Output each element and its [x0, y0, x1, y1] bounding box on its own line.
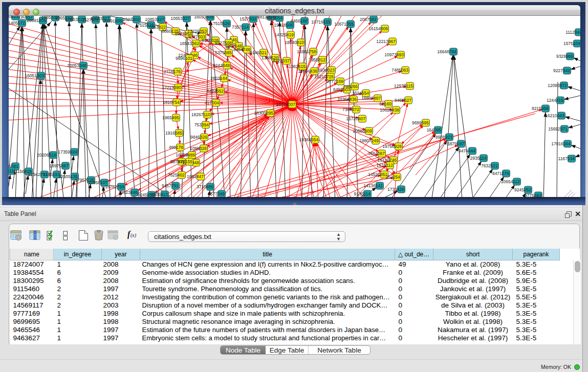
svg-text:19975867: 19975867 [49, 163, 69, 168]
svg-text:19384554: 19384554 [299, 137, 318, 142]
svg-text:1096326: 1096326 [190, 146, 207, 151]
svg-text:12975115: 12975115 [394, 83, 413, 89]
svg-text:16154808: 16154808 [368, 26, 388, 31]
svg-text:753394: 753394 [194, 122, 209, 127]
svg-text:10973493: 10973493 [384, 52, 404, 57]
svg-text:1691447: 1691447 [187, 174, 204, 179]
svg-text:16099489: 16099489 [176, 152, 195, 158]
svg-text:12213390: 12213390 [162, 85, 181, 90]
svg-text:2718176: 2718176 [164, 69, 181, 74]
svg-text:9699695: 9699695 [412, 120, 429, 125]
svg-text:746266: 746266 [343, 84, 358, 89]
svg-text:9146321: 9146321 [250, 50, 267, 55]
svg-text:62160: 62160 [379, 101, 391, 106]
svg-text:8322037: 8322037 [273, 58, 290, 63]
svg-text:1167534: 1167534 [558, 156, 575, 161]
svg-text:1615112: 1615112 [377, 163, 394, 168]
svg-text:16782759: 16782759 [105, 184, 124, 189]
svg-text:7955812: 7955812 [309, 57, 325, 62]
svg-text:1527602: 1527602 [123, 17, 140, 22]
svg-text:16961758: 16961758 [297, 49, 316, 54]
svg-text:8471676: 8471676 [492, 171, 509, 176]
svg-text:9846326: 9846326 [190, 135, 207, 140]
svg-text:8427552: 8427552 [207, 89, 224, 94]
svg-text:164095: 164095 [427, 127, 442, 133]
svg-text:9329966: 9329966 [556, 54, 573, 59]
svg-text:5375685: 5375685 [215, 50, 232, 55]
svg-text:14325419: 14325419 [274, 32, 294, 37]
svg-text:3624554: 3624554 [352, 91, 369, 96]
svg-text:20053346: 20053346 [67, 63, 86, 68]
svg-text:18724007: 18724007 [276, 102, 295, 107]
svg-text:1733426: 1733426 [387, 187, 404, 192]
svg-text:15720407: 15720407 [346, 116, 365, 121]
svg-text:16210643: 16210643 [545, 113, 564, 118]
svg-text:9227342: 9227342 [553, 68, 570, 73]
svg-text:(x): (x) [130, 232, 137, 238]
svg-text:10653327: 10653327 [170, 16, 190, 21]
svg-text:7515526: 7515526 [213, 21, 230, 26]
svg-text:12093872: 12093872 [548, 83, 567, 88]
svg-text:8938923: 8938923 [435, 135, 452, 140]
svg-text:10025438: 10025438 [380, 107, 399, 113]
svg-text:9457791: 9457791 [162, 183, 179, 188]
svg-text:417004: 417004 [205, 100, 220, 105]
svg-text:20691406: 20691406 [103, 18, 122, 24]
svg-text:18807249: 18807249 [359, 138, 379, 143]
svg-text:9463627: 9463627 [395, 98, 411, 103]
svg-text:1145193: 1145193 [43, 172, 60, 177]
svg-text:977155: 977155 [178, 159, 193, 164]
svg-text:1810754: 1810754 [163, 100, 180, 105]
svg-text:8215958: 8215958 [532, 106, 549, 111]
svg-text:7485063: 7485063 [391, 68, 408, 73]
svg-text:7625402: 7625402 [168, 172, 185, 178]
svg-text:12213967: 12213967 [376, 39, 396, 44]
svg-text:10688609: 10688609 [353, 128, 372, 134]
svg-text:2087682: 2087682 [360, 17, 377, 22]
svg-text:9777169: 9777169 [326, 79, 343, 84]
svg-text:8905913: 8905913 [151, 192, 168, 197]
svg-text:7632621: 7632621 [481, 163, 498, 168]
svg-text:18267110: 18267110 [191, 112, 210, 117]
svg-text:1405572: 1405572 [9, 20, 25, 26]
svg-text:10719155: 10719155 [311, 19, 331, 25]
svg-text:2935114: 2935114 [470, 156, 487, 161]
svg-text:1112844: 1112844 [565, 30, 580, 35]
svg-text:9245052: 9245052 [514, 187, 531, 192]
svg-text:252254: 252254 [386, 174, 401, 180]
svg-text:9896101: 9896101 [176, 56, 192, 61]
svg-text:18300295: 18300295 [254, 111, 273, 116]
svg-text:18640910: 18640910 [285, 40, 304, 45]
svg-text:14524851: 14524851 [368, 172, 387, 177]
svg-text:160513: 160513 [9, 16, 18, 19]
svg-text:10671355: 10671355 [334, 21, 354, 27]
svg-text:6879197: 6879197 [447, 141, 464, 146]
svg-text:10853327: 10853327 [145, 17, 164, 22]
svg-text:19756928: 19756928 [382, 144, 402, 149]
svg-text:14136141: 14136141 [363, 183, 383, 188]
svg-text:6934023: 6934023 [318, 68, 335, 73]
svg-text:8813054: 8813054 [266, 16, 282, 20]
svg-text:2603144: 2603144 [210, 76, 227, 81]
svg-text:8454749: 8454749 [233, 47, 250, 52]
svg-text:17359924: 17359924 [58, 149, 77, 155]
svg-text:490178: 490178 [169, 145, 184, 150]
svg-text:16543362: 16543362 [180, 41, 199, 46]
svg-text:3710485: 3710485 [197, 184, 213, 189]
svg-text:20206516: 20206516 [37, 152, 56, 158]
svg-text:16051303: 16051303 [25, 73, 44, 78]
svg-text:12923446: 12923446 [118, 190, 138, 195]
svg-text:16648784: 16648784 [437, 49, 456, 54]
svg-text:6466160: 6466160 [291, 18, 308, 24]
svg-text:1527602: 1527602 [239, 16, 256, 21]
svg-text:1965495: 1965495 [162, 115, 179, 120]
svg-text:9775693: 9775693 [525, 193, 541, 197]
svg-text:9242848: 9242848 [213, 63, 230, 68]
svg-text:16033809: 16033809 [194, 16, 213, 19]
svg-text:10654112: 10654112 [501, 179, 520, 184]
svg-text:17016504: 17016504 [551, 141, 571, 146]
svg-text:9135114: 9135114 [354, 191, 371, 196]
svg-text:3684067: 3684067 [368, 151, 385, 156]
svg-text:16807487: 16807487 [361, 96, 381, 101]
svg-text:1916685: 1916685 [165, 130, 182, 136]
